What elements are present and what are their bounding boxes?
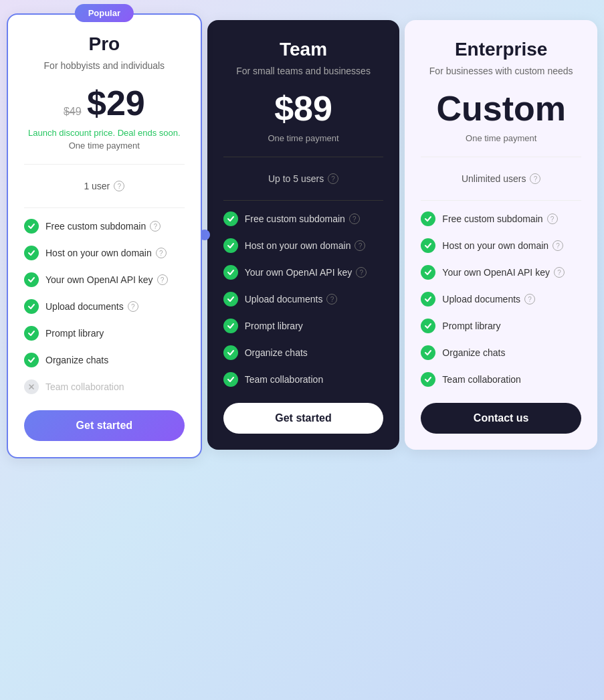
team-cta-button[interactable]: Get started <box>223 403 384 434</box>
feature-info-icon[interactable]: ? <box>128 301 138 312</box>
check-icon <box>421 265 435 280</box>
feature-label: Organize chats <box>442 347 505 358</box>
team-payment-note: One time payment <box>223 133 384 143</box>
check-icon <box>223 238 238 253</box>
feature-info-icon[interactable]: ? <box>552 240 563 251</box>
feature-info-icon[interactable]: ? <box>547 213 558 224</box>
pro-divider-2 <box>24 207 185 208</box>
feature-info-icon[interactable]: ? <box>157 274 168 285</box>
enterprise-title: Enterprise <box>421 39 581 60</box>
pro-title: Pro <box>24 33 185 55</box>
list-item: Team collaboration <box>24 379 185 394</box>
enterprise-payment-note: One time payment <box>421 133 581 143</box>
list-item: Your own OpenAI API key ? <box>223 265 384 280</box>
feature-label: Free custom subdomain <box>245 213 345 224</box>
cross-icon <box>24 379 39 394</box>
list-item: Your own OpenAI API key ? <box>24 272 185 287</box>
feature-label: Your own OpenAI API key <box>245 267 353 278</box>
team-users-row: Up to 5 users ? <box>223 168 384 189</box>
list-item: Organize chats <box>421 345 581 360</box>
enterprise-divider-1 <box>421 157 581 157</box>
list-item: Free custom subdomain ? <box>24 219 185 234</box>
list-item: Team collaboration <box>223 372 384 387</box>
enterprise-features-list: Free custom subdomain ? Host on your own… <box>421 211 581 387</box>
list-item: Upload documents ? <box>421 292 581 307</box>
check-icon <box>223 265 238 280</box>
list-item: Prompt library <box>421 319 581 333</box>
pro-users-row: 1 user ? <box>24 175 185 197</box>
enterprise-subtitle: For businesses with custom needs <box>421 66 581 76</box>
check-icon <box>223 211 238 226</box>
pricing-container: Popular Pro For hobbyists and individual… <box>7 13 597 458</box>
enterprise-divider-2 <box>421 200 581 201</box>
list-item: Free custom subdomain ? <box>421 211 581 226</box>
pro-users-info-icon[interactable]: ? <box>114 181 124 191</box>
check-icon <box>421 372 435 387</box>
pro-card: Popular Pro For hobbyists and individual… <box>7 13 202 458</box>
feature-info-icon[interactable]: ? <box>150 221 161 232</box>
list-item: Free custom subdomain ? <box>223 211 384 226</box>
pro-cta-button[interactable]: Get started <box>24 410 185 441</box>
team-title: Team <box>223 39 384 60</box>
check-icon <box>421 345 435 360</box>
team-card: Team For small teams and businesses $89 … <box>207 20 400 450</box>
feature-info-icon[interactable]: ? <box>156 248 167 258</box>
team-features-list: Free custom subdomain ? Host on your own… <box>223 211 384 387</box>
check-icon <box>24 246 39 260</box>
feature-label: Organize chats <box>45 355 108 365</box>
list-item: Organize chats <box>24 353 185 367</box>
list-item: Host on your own domain ? <box>24 246 185 260</box>
feature-label: Your own OpenAI API key <box>442 267 550 278</box>
team-divider-2 <box>223 200 384 201</box>
feature-label: Team collaboration <box>442 374 521 385</box>
feature-info-icon[interactable]: ? <box>349 213 360 224</box>
enterprise-card: Enterprise For businesses with custom ne… <box>405 20 597 450</box>
enterprise-users-label: Unlimited users <box>462 173 526 184</box>
list-item: Prompt library <box>223 319 384 333</box>
feature-info-icon[interactable]: ? <box>356 267 367 278</box>
list-item: Prompt library <box>24 326 185 341</box>
list-item: Upload documents ? <box>223 292 384 307</box>
feature-label: Upload documents <box>245 294 323 304</box>
pro-price-area: $49 $29 <box>24 84 185 122</box>
pro-divider-1 <box>24 164 185 165</box>
pro-features-list: Free custom subdomain ? Host on your own… <box>24 219 185 394</box>
feature-info-icon[interactable]: ? <box>326 294 337 304</box>
check-icon <box>421 292 435 307</box>
feature-info-icon[interactable]: ? <box>554 267 565 278</box>
feature-label: Prompt library <box>245 321 303 331</box>
check-icon <box>24 272 39 287</box>
enterprise-cta-button[interactable]: Contact us <box>421 403 581 434</box>
enterprise-users-row: Unlimited users ? <box>421 168 581 189</box>
check-icon <box>223 372 238 387</box>
pro-price: $29 <box>87 84 145 122</box>
feature-label: Organize chats <box>245 347 308 358</box>
pro-discount-text: Launch discount price. Deal ends soon. <box>24 128 185 138</box>
list-item: Your own OpenAI API key ? <box>421 265 581 280</box>
enterprise-users-info-icon[interactable]: ? <box>530 173 540 184</box>
feature-info-icon[interactable]: ? <box>355 240 365 251</box>
check-icon <box>421 238 435 253</box>
team-subtitle: For small teams and businesses <box>223 66 384 76</box>
feature-label: Host on your own domain <box>442 240 548 251</box>
feature-label: Free custom subdomain <box>45 221 146 232</box>
check-icon <box>223 319 238 333</box>
enterprise-price: Custom <box>436 89 566 128</box>
pro-subtitle: For hobbyists and individuals <box>24 60 185 71</box>
team-divider-1 <box>223 157 384 157</box>
list-item: Upload documents ? <box>24 299 185 314</box>
check-icon <box>223 345 238 360</box>
enterprise-price-area: Custom <box>421 90 581 128</box>
check-icon <box>421 211 435 226</box>
feature-label: Prompt library <box>442 321 500 331</box>
check-icon <box>24 299 39 314</box>
popular-badge: Popular <box>75 4 134 22</box>
feature-label: Your own OpenAI API key <box>45 274 153 285</box>
feature-label: Upload documents <box>442 294 520 304</box>
feature-label: Host on your own domain <box>245 240 351 251</box>
pro-users-label: 1 user <box>84 181 110 191</box>
feature-info-icon[interactable]: ? <box>524 294 535 304</box>
team-users-label: Up to 5 users <box>268 173 324 184</box>
list-item: Organize chats <box>223 345 384 360</box>
team-users-info-icon[interactable]: ? <box>328 173 338 184</box>
